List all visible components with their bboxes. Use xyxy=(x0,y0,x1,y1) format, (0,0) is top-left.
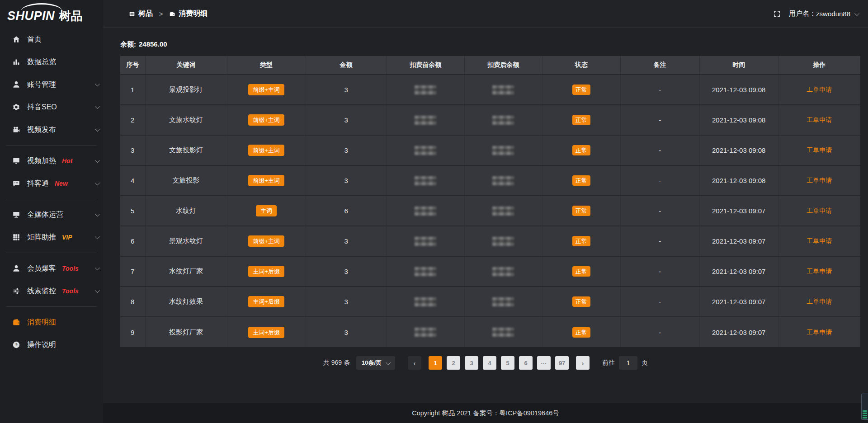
masked-value xyxy=(415,85,436,94)
work-order-link[interactable]: 工单申请 xyxy=(807,177,832,184)
sidebar-item-matrix-boost[interactable]: 矩阵助推VIP xyxy=(0,226,103,249)
keyword-cell: 文旅水纹灯 xyxy=(145,105,227,135)
sidebar-item-video-heat[interactable]: 视频加热Hot xyxy=(0,150,103,172)
status-badge: 正常 xyxy=(572,327,590,338)
pagination-prev-button[interactable]: ‹ xyxy=(408,356,421,370)
sidebar-item-label: 操作说明 xyxy=(27,340,56,350)
sidebar-item-consume-detail[interactable]: 消费明细 xyxy=(0,311,103,334)
masked-value xyxy=(492,207,514,216)
sidebar-divider xyxy=(6,199,97,199)
consume-table-wrap: 序号关键词类型金额扣费前余额扣费后余额状态备注时间操作 1景观投影灯前缀+主词3… xyxy=(120,56,860,347)
type-badge: 前缀+主词 xyxy=(248,145,284,156)
table-row: 2文旅水纹灯前缀+主词3正常-2021-12-03 09:08工单申请 xyxy=(120,105,860,135)
status-cell: 正常 xyxy=(542,105,620,135)
goto-page-input[interactable] xyxy=(619,356,637,370)
remark-cell: - xyxy=(620,105,699,135)
sidebar-item-video-publish[interactable]: 视频发布 xyxy=(0,118,103,141)
status-cell: 正常 xyxy=(542,287,620,317)
sidebar-item-label: 数据总览 xyxy=(27,57,56,67)
type-badge: 主词+后缀 xyxy=(248,296,284,307)
pagination-page-6[interactable]: 6 xyxy=(519,356,533,370)
pagination-page-2[interactable]: 2 xyxy=(447,356,460,370)
sidebar-item-douketong[interactable]: 抖客通New xyxy=(0,172,103,195)
sidebar-item-douyin-seo[interactable]: 抖音SEO xyxy=(0,96,103,118)
work-order-link[interactable]: 工单申请 xyxy=(807,207,832,214)
balance-after-cell xyxy=(464,196,542,226)
column-header: 时间 xyxy=(699,56,778,75)
action-cell: 工单申请 xyxy=(778,165,860,196)
breadcrumb-item[interactable]: 树品 xyxy=(129,9,153,19)
sidebar-divider xyxy=(6,253,97,253)
status-badge: 正常 xyxy=(572,145,590,155)
work-order-link[interactable]: 工单申请 xyxy=(807,237,832,244)
action-cell: 工单申请 xyxy=(778,226,860,256)
keyword-cell: 水纹灯 xyxy=(145,196,227,226)
column-header: 关键词 xyxy=(145,56,227,75)
action-cell: 工单申请 xyxy=(778,287,860,317)
work-order-link[interactable]: 工单申请 xyxy=(807,86,832,93)
amount-cell: 3 xyxy=(306,256,387,287)
type-badge: 前缀+主词 xyxy=(227,165,306,196)
balance-before-cell xyxy=(387,165,464,196)
sidebar-item-data-overview[interactable]: 数据总览 xyxy=(0,51,103,73)
pagination-next-button[interactable]: › xyxy=(576,356,590,370)
remark-cell: - xyxy=(620,256,699,287)
column-header: 序号 xyxy=(120,56,145,75)
shupin-app-icon xyxy=(129,11,135,17)
balance-before-cell xyxy=(387,287,464,317)
sidebar-item-all-media[interactable]: 全媒体运营 xyxy=(0,203,103,226)
sidebar-item-account-manage[interactable]: 账号管理 xyxy=(0,73,103,96)
sliders-icon xyxy=(12,287,20,295)
action-cell: 工单申请 xyxy=(778,135,860,165)
status-badge: 正常 xyxy=(572,175,590,186)
balance-value: 24856.00 xyxy=(139,40,167,48)
table-row: 3文旅投影灯前缀+主词3正常-2021-12-03 09:08工单申请 xyxy=(120,135,860,165)
masked-value xyxy=(492,116,514,125)
page-size-select[interactable]: 10条/页 xyxy=(356,356,395,370)
status-cell: 正常 xyxy=(542,256,620,287)
work-order-link[interactable]: 工单申请 xyxy=(807,146,832,154)
copyright-text: Copyright 树品 2021 备案号：粤ICP备09019646号 xyxy=(412,409,559,418)
column-header: 金额 xyxy=(306,56,387,75)
footer: Copyright 树品 2021 备案号：粤ICP备09019646号 xyxy=(103,403,868,423)
balance-after-cell xyxy=(464,135,542,165)
action-cell: 工单申请 xyxy=(778,317,860,347)
remark-cell: - xyxy=(620,75,699,105)
work-order-link[interactable]: 工单申请 xyxy=(807,116,832,123)
pagination-page-97[interactable]: 97 xyxy=(555,356,569,370)
floating-service-widget[interactable] xyxy=(861,394,868,420)
sidebar-item-home[interactable]: 首页 xyxy=(0,28,103,51)
pagination-page-4[interactable]: 4 xyxy=(483,356,496,370)
sidebar-item-clue-monitor[interactable]: 线索监控Tools xyxy=(0,280,103,302)
column-header: 备注 xyxy=(620,56,699,75)
status-badge: 正常 xyxy=(572,206,590,216)
work-order-link[interactable]: 工单申请 xyxy=(807,329,832,336)
amount-cell: 6 xyxy=(306,196,387,226)
work-order-link[interactable]: 工单申请 xyxy=(807,268,832,275)
work-order-link[interactable]: 工单申请 xyxy=(807,298,832,305)
monitor-icon xyxy=(12,211,20,219)
page-size-value: 10条/页 xyxy=(362,359,382,367)
amount-cell: 3 xyxy=(306,287,387,317)
pagination-page-1[interactable]: 1 xyxy=(429,356,442,370)
remark-cell: - xyxy=(620,196,699,226)
keyword-cell: 水纹灯厂家 xyxy=(145,256,227,287)
breadcrumb-item[interactable]: 消费明细 xyxy=(169,9,208,19)
sidebar-menu: 首页数据总览账号管理抖音SEO视频发布视频加热Hot抖客通New全媒体运营矩阵助… xyxy=(0,28,103,356)
sidebar-item-operation-guide[interactable]: ?操作说明 xyxy=(0,334,103,356)
pagination-pages: 123456···97 xyxy=(429,356,569,370)
time-cell: 2021-12-03 09:08 xyxy=(699,135,778,165)
user-menu[interactable]: 用户名： zswodun88 xyxy=(789,9,858,18)
masked-value xyxy=(492,176,514,185)
keyword-cell: 景观水纹灯 xyxy=(145,226,227,256)
pagination-page-3[interactable]: 3 xyxy=(465,356,478,370)
bar-chart-icon xyxy=(12,58,20,66)
pagination-ellipsis-button[interactable]: ··· xyxy=(537,356,551,370)
sidebar-item-member-burst[interactable]: 会员爆客Tools xyxy=(0,257,103,280)
fullscreen-icon[interactable] xyxy=(773,10,781,18)
pagination-page-5[interactable]: 5 xyxy=(501,356,514,370)
row-index: 7 xyxy=(120,256,145,287)
consume-table: 序号关键词类型金额扣费前余额扣费后余额状态备注时间操作 1景观投影灯前缀+主词3… xyxy=(120,56,860,347)
balance-before-cell xyxy=(387,135,464,165)
type-badge: 主词+后缀 xyxy=(248,266,284,277)
